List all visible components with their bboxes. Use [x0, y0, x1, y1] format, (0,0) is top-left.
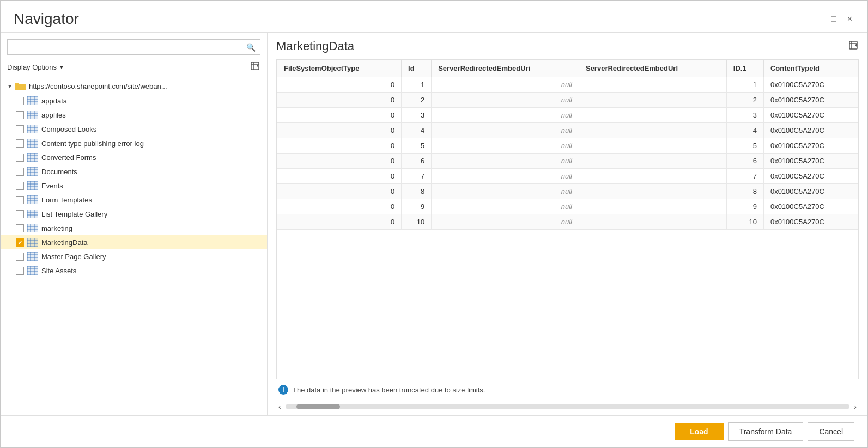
svg-rect-35 — [27, 167, 38, 176]
checkbox-marketing[interactable] — [16, 224, 24, 232]
tree-item-label: MarketingData — [41, 238, 88, 247]
tree-item-master-page-gallery[interactable]: Master Page Gallery — [1, 249, 267, 263]
tree-item-appdata[interactable]: appdata — [1, 94, 267, 108]
table-row: 010null100x0100C5A270C — [277, 214, 858, 230]
scroll-left-button[interactable]: ‹ — [276, 401, 283, 412]
table-cell: 10 — [402, 214, 432, 230]
table-cell: null — [432, 154, 579, 169]
tree-item-label: Composed Looks — [41, 125, 96, 133]
table-cell: 0x0100C5A270C — [763, 214, 858, 230]
tree-item-label: Content type publishing error log — [41, 139, 144, 148]
nav-export-button[interactable] — [250, 60, 260, 74]
display-options-button[interactable]: Display Options ▼ — [7, 63, 64, 71]
checkbox-appdata[interactable] — [16, 97, 24, 105]
table-icon — [27, 195, 38, 204]
checkbox-list-template-gallery[interactable] — [16, 210, 24, 218]
tree-item-label: marketing — [41, 224, 72, 232]
col-header-ContentTypeId: ContentTypeId — [763, 60, 858, 77]
table-cell: 1 — [402, 77, 432, 93]
table-cell — [579, 123, 726, 138]
tree-items-container: appdata appfiles Composed Looks Content … — [1, 94, 267, 278]
tree-item-converted-forms[interactable]: Converted Forms — [1, 150, 267, 164]
table-cell — [579, 77, 726, 93]
checkbox-documents[interactable] — [16, 168, 24, 176]
checkbox-marketing-data[interactable] — [16, 238, 24, 247]
checkbox-master-page-gallery[interactable] — [16, 253, 24, 261]
tree-item-events[interactable]: Events — [1, 179, 267, 193]
svg-rect-29 — [27, 153, 38, 162]
checkbox-converted-forms[interactable] — [16, 154, 24, 162]
col-header-ID-1: ID.1 — [726, 60, 763, 77]
table-cell: 2 — [726, 93, 763, 108]
tree-item-list-template-gallery[interactable]: List Template Gallery — [1, 207, 267, 221]
col-header-Id: Id — [402, 60, 432, 77]
table-cell: 0 — [277, 184, 402, 199]
truncated-notice: i The data in the preview has been trunc… — [276, 379, 859, 400]
table-cell — [579, 154, 726, 169]
tree-item-form-templates[interactable]: Form Templates — [1, 193, 267, 207]
table-cell: null — [432, 184, 579, 199]
table-cell: 4 — [402, 123, 432, 138]
table-cell: 0x0100C5A270C — [763, 77, 858, 93]
root-item[interactable]: ▼ https://contoso.sharepoint.com/site/we… — [1, 78, 267, 94]
table-row: 03null30x0100C5A270C — [277, 108, 858, 123]
table-cell: 0 — [277, 77, 402, 93]
table-cell — [579, 108, 726, 123]
table-cell — [579, 214, 726, 230]
checkbox-content-type-error[interactable] — [16, 139, 24, 148]
search-input[interactable] — [8, 40, 242, 54]
table-row: 05null50x0100C5A270C — [277, 138, 858, 154]
table-icon — [27, 167, 38, 176]
maximize-button[interactable]: □ — [829, 14, 839, 24]
checkbox-events[interactable] — [16, 182, 24, 190]
table-cell: 8 — [726, 184, 763, 199]
search-button[interactable]: 🔍 — [242, 40, 260, 54]
tree-item-content-type-error[interactable]: Content type publishing error log — [1, 136, 267, 150]
table-icon — [27, 238, 38, 247]
table-cell: 0 — [277, 93, 402, 108]
table-icon — [27, 125, 38, 133]
checkbox-site-assets[interactable] — [16, 267, 24, 275]
cancel-button[interactable]: Cancel — [808, 422, 854, 441]
tree-item-label: List Template Gallery — [41, 210, 107, 218]
dialog-title: Navigator — [14, 10, 79, 28]
table-icon — [27, 139, 38, 148]
table-cell: 0x0100C5A270C — [763, 138, 858, 154]
display-options-row: Display Options ▼ — [1, 60, 267, 78]
tree-container[interactable]: ▼ https://contoso.sharepoint.com/site/we… — [1, 78, 267, 415]
h-scrollbar-track[interactable] — [286, 404, 850, 409]
data-table: FileSystemObjectTypeIdServerRedirectedEm… — [277, 59, 858, 230]
table-cell: 2 — [402, 93, 432, 108]
table-cell: null — [432, 169, 579, 184]
checkbox-form-templates[interactable] — [16, 196, 24, 204]
table-icon — [27, 96, 38, 105]
tree-item-site-assets[interactable]: Site Assets — [1, 263, 267, 278]
table-cell: null — [432, 108, 579, 123]
preview-export-button[interactable] — [848, 40, 859, 53]
title-bar: Navigator □ × — [1, 1, 867, 32]
table-cell: 0 — [277, 123, 402, 138]
load-button[interactable]: Load — [675, 423, 723, 440]
tree-item-label: Documents — [41, 168, 77, 176]
tree-item-marketing[interactable]: marketing — [1, 221, 267, 235]
svg-rect-23 — [27, 139, 38, 148]
scroll-right-button[interactable]: › — [852, 401, 859, 412]
tree-item-composed-looks[interactable]: Composed Looks — [1, 122, 267, 136]
checkbox-appfiles[interactable] — [16, 111, 24, 119]
transform-data-button[interactable]: Transform Data — [728, 422, 804, 441]
checkbox-composed-looks[interactable] — [16, 125, 24, 133]
table-cell: 9 — [726, 199, 763, 214]
tree-item-marketing-data[interactable]: MarketingData — [1, 235, 267, 249]
tree-item-label: appfiles — [41, 111, 66, 119]
table-wrapper[interactable]: FileSystemObjectTypeIdServerRedirectedEm… — [276, 59, 859, 379]
tree-item-label: Form Templates — [41, 196, 92, 204]
table-icon — [27, 252, 38, 261]
close-button[interactable]: × — [845, 14, 854, 24]
table-cell: 0x0100C5A270C — [763, 199, 858, 214]
tree-item-documents[interactable]: Documents — [1, 164, 267, 179]
table-cell: null — [432, 214, 579, 230]
chevron-down-icon: ▼ — [59, 64, 64, 70]
table-body: 01null10x0100C5A270C02null20x0100C5A270C… — [277, 77, 858, 230]
tree-item-appfiles[interactable]: appfiles — [1, 108, 267, 122]
right-panel: MarketingData FileSystemObjectTypeIdServ… — [268, 33, 867, 415]
